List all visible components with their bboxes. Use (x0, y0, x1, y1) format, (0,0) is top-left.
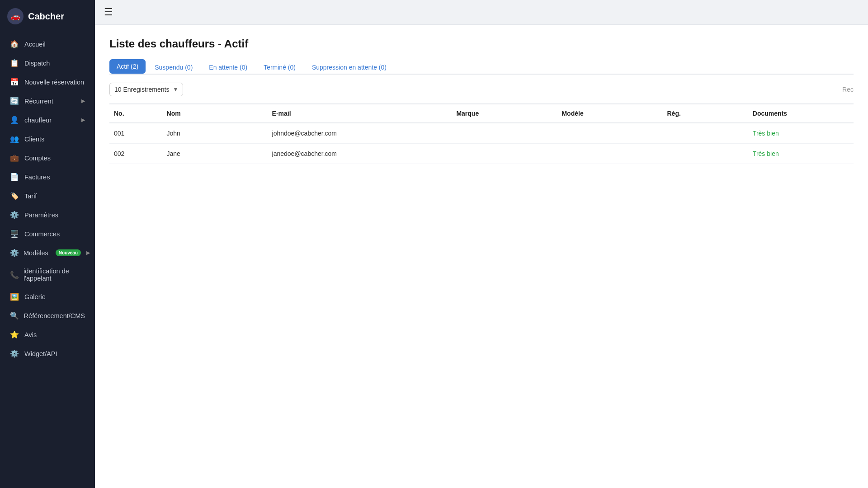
tab-suspendu[interactable]: Suspendu (0) (147, 60, 200, 75)
dispatch-icon: 📋 (10, 59, 19, 67)
table-row[interactable]: 001Johnjohndoe@cabcher.comTrès bien (109, 123, 854, 144)
sidebar-item-label: identification de l'appelant (24, 267, 85, 282)
sidebar: 🚗 Cabcher 🏠 Accueil📋 Dispatch📅 Nouvelle … (0, 0, 95, 488)
sidebar-item-identification[interactable]: 📞 identification de l'appelant (3, 263, 92, 287)
col-header-no: No. (109, 104, 162, 123)
cell-nom: John (162, 123, 268, 144)
cell-modele (557, 123, 662, 144)
cell-email: janedoe@cabcher.com (268, 144, 452, 164)
factures-icon: 📄 (10, 173, 19, 181)
content-area: Liste des chauffeurs - Actif Actif (2)Su… (95, 25, 868, 488)
sidebar-item-factures[interactable]: 📄 Factures (3, 168, 92, 186)
sidebar-item-label: Factures (24, 174, 50, 181)
badge-new: Nouveau (56, 249, 81, 256)
app-name: Cabcher (28, 11, 64, 22)
page-title: Liste des chauffeurs - Actif (109, 38, 854, 50)
tarif-icon: 🏷️ (10, 192, 19, 200)
sidebar-item-parametres[interactable]: ⚙️ Paramètres (3, 206, 92, 224)
sidebar-item-label: Dispatch (24, 60, 50, 67)
sidebar-item-galerie[interactable]: 🖼️ Galerie (3, 287, 92, 306)
main-area: ☰ Liste des chauffeurs - Actif Actif (2)… (95, 0, 868, 488)
sidebar-item-comptes[interactable]: 💼 Comptes (3, 149, 92, 167)
chauffeur-icon: 👤 (10, 116, 19, 124)
chevron-icon: ▶ (86, 250, 90, 256)
table-row[interactable]: 002Janejanedoe@cabcher.comTrès bien (109, 144, 854, 164)
col-header-documents: Documents (748, 104, 854, 123)
sidebar-item-widget[interactable]: ⚙️ Widget/API (3, 344, 92, 363)
recurrent-icon: 🔄 (10, 97, 19, 105)
cell-email: johndoe@cabcher.com (268, 123, 452, 144)
col-header-reg: Règ. (663, 104, 748, 123)
sidebar-item-modeles[interactable]: ⚙️ ModèlesNouveau▶ (3, 244, 92, 262)
sidebar-item-commerces[interactable]: 🖥️ Commerces (3, 225, 92, 243)
tab-actif[interactable]: Actif (2) (109, 59, 146, 74)
col-header-marque: Marque (452, 104, 557, 123)
search-hint: Rec (842, 86, 854, 93)
records-per-page-select[interactable]: 10 Enregistrements ▼ (109, 83, 183, 96)
cell-reg (663, 144, 748, 164)
cell-no: 002 (109, 144, 162, 164)
sidebar-item-label: Nouvelle réservation (24, 79, 84, 86)
sidebar-item-label: chauffeur (24, 117, 52, 124)
tab-termine[interactable]: Terminé (0) (256, 60, 303, 75)
app-logo[interactable]: 🚗 Cabcher (0, 0, 95, 33)
sidebar-item-label: Commerces (24, 230, 60, 238)
doc-status-link[interactable]: Très bien (753, 150, 779, 157)
clients-icon: 👥 (10, 135, 19, 143)
menu-toggle-icon[interactable]: ☰ (104, 6, 113, 18)
avis-icon: ⭐ (10, 330, 19, 339)
chevron-icon: ▶ (81, 98, 85, 104)
sidebar-item-label: Référencement/CMS (24, 312, 85, 319)
widget-icon: ⚙️ (10, 349, 19, 358)
sidebar-item-chauffeur[interactable]: 👤 chauffeur▶ (3, 111, 92, 129)
sidebar-item-nouvelle-reservation[interactable]: 📅 Nouvelle réservation (3, 73, 92, 91)
modeles-icon: ⚙️ (10, 249, 18, 257)
parametres-icon: ⚙️ (10, 211, 19, 219)
tab-en-attente[interactable]: En attente (0) (202, 60, 255, 75)
referencement-icon: 🔍 (10, 311, 19, 320)
sidebar-item-tarif[interactable]: 🏷️ Tarif (3, 187, 92, 205)
sidebar-nav: 🏠 Accueil📋 Dispatch📅 Nouvelle réservatio… (0, 33, 95, 488)
cell-documents[interactable]: Très bien (748, 144, 854, 164)
galerie-icon: 🖼️ (10, 292, 19, 301)
cell-modele (557, 144, 662, 164)
sidebar-item-label: Accueil (24, 41, 46, 48)
cell-no: 001 (109, 123, 162, 144)
sidebar-item-label: Paramètres (24, 211, 58, 219)
sidebar-item-label: Récurrent (24, 98, 53, 105)
records-label: 10 Enregistrements (114, 86, 169, 93)
cell-documents[interactable]: Très bien (748, 123, 854, 144)
cell-marque (452, 123, 557, 144)
chevron-icon: ▶ (81, 117, 85, 123)
cell-marque (452, 144, 557, 164)
doc-status-link[interactable]: Très bien (753, 130, 779, 137)
logo-icon: 🚗 (7, 8, 24, 24)
sidebar-item-accueil[interactable]: 🏠 Accueil (3, 35, 92, 53)
col-header-email: E-mail (268, 104, 452, 123)
sidebar-item-label: Galerie (24, 293, 46, 300)
sidebar-item-dispatch[interactable]: 📋 Dispatch (3, 54, 92, 72)
identification-icon: 📞 (10, 271, 18, 279)
toolbar: 10 Enregistrements ▼ Rec (109, 83, 854, 96)
nouvelle-reservation-icon: 📅 (10, 78, 19, 86)
sidebar-item-clients[interactable]: 👥 Clients (3, 130, 92, 148)
sidebar-item-label: Tarif (24, 192, 37, 200)
sidebar-item-avis[interactable]: ⭐ Avis (3, 325, 92, 344)
cell-reg (663, 123, 748, 144)
tab-suppression[interactable]: Suppression en attente (0) (305, 60, 394, 75)
accueil-icon: 🏠 (10, 40, 19, 48)
drivers-table: No.NomE-mailMarqueModèleRèg.Documents 00… (109, 103, 854, 164)
comptes-icon: 💼 (10, 154, 19, 162)
tabs-bar: Actif (2)Suspendu (0)En attente (0)Termi… (109, 59, 854, 75)
col-header-nom: Nom (162, 104, 268, 123)
sidebar-item-label: Clients (24, 136, 44, 143)
col-header-modele: Modèle (557, 104, 662, 123)
cell-nom: Jane (162, 144, 268, 164)
sidebar-item-referencement[interactable]: 🔍 Référencement/CMS (3, 306, 92, 325)
sidebar-item-label: Avis (24, 331, 37, 338)
sidebar-item-recurrent[interactable]: 🔄 Récurrent▶ (3, 92, 92, 110)
sidebar-item-label: Modèles (24, 249, 48, 257)
sidebar-item-label: Comptes (24, 155, 51, 162)
chevron-down-icon: ▼ (173, 86, 178, 93)
sidebar-item-label: Widget/API (24, 350, 57, 357)
